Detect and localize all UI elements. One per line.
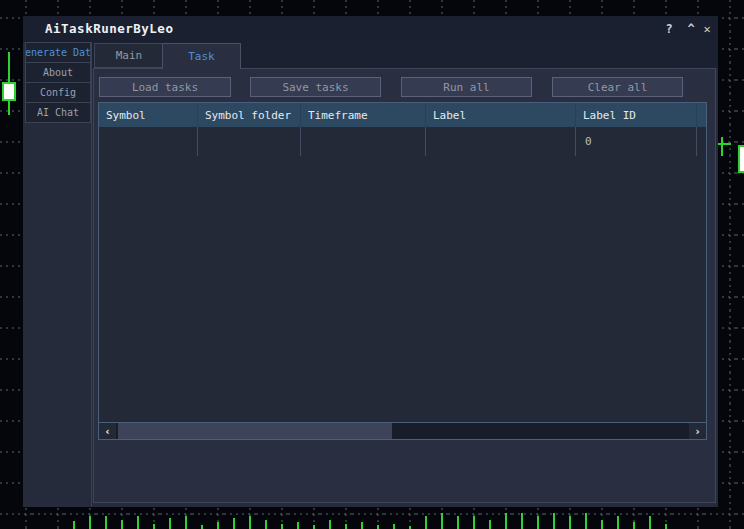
window-title: AiTaskRunerByLeo bbox=[45, 16, 173, 42]
task-tab-panel: Load tasks Save tasks Run all Clear all … bbox=[93, 68, 716, 503]
app-window: AiTaskRunerByLeo ? ^ ✕ Generate Data Abo… bbox=[23, 16, 718, 507]
collapse-button[interactable]: ^ bbox=[684, 16, 698, 42]
tab-task[interactable]: Task bbox=[162, 43, 241, 69]
tab-main[interactable]: Main bbox=[94, 43, 164, 68]
load-tasks-button[interactable]: Load tasks bbox=[99, 77, 231, 97]
scrollbar-track[interactable] bbox=[116, 423, 689, 439]
tasks-table: Symbol Symbol folder Timeframe Label Lab… bbox=[98, 102, 707, 440]
clear-all-button[interactable]: Clear all bbox=[552, 77, 683, 97]
table-header-row: Symbol Symbol folder Timeframe Label Lab… bbox=[99, 103, 706, 127]
help-button[interactable]: ? bbox=[662, 16, 676, 42]
horizontal-scrollbar[interactable]: ‹ › bbox=[99, 422, 706, 439]
scroll-right-button[interactable]: › bbox=[689, 423, 706, 439]
scroll-left-button[interactable]: ‹ bbox=[99, 423, 116, 439]
cell-label-id[interactable]: 0 bbox=[576, 127, 697, 156]
cell-symbol[interactable] bbox=[99, 127, 198, 156]
cell-filler bbox=[697, 127, 706, 156]
title-bar[interactable]: AiTaskRunerByLeo ? ^ ✕ bbox=[23, 16, 718, 42]
scrollbar-thumb[interactable] bbox=[118, 423, 392, 439]
cell-symbol-folder[interactable] bbox=[198, 127, 301, 156]
sidebar-item-generate-data[interactable]: Generate Data bbox=[25, 42, 91, 63]
sidebar-item-about[interactable]: About bbox=[25, 62, 91, 83]
cell-timeframe[interactable] bbox=[301, 127, 426, 156]
sidebar-item-config[interactable]: Config bbox=[25, 82, 91, 103]
tab-strip: Main Task bbox=[92, 42, 718, 68]
column-header-label-id[interactable]: Label ID bbox=[576, 103, 697, 127]
sidebar-item-ai-chat[interactable]: AI Chat bbox=[25, 102, 91, 123]
sidebar: Generate Data About Config AI Chat bbox=[23, 42, 92, 507]
cell-label[interactable] bbox=[426, 127, 576, 156]
run-all-button[interactable]: Run all bbox=[401, 77, 532, 97]
table-empty-area bbox=[99, 156, 706, 422]
table-row[interactable]: 0 bbox=[99, 127, 706, 156]
candlestick-right-partial bbox=[739, 146, 744, 172]
save-tasks-button[interactable]: Save tasks bbox=[250, 77, 381, 97]
column-header-symbol-folder[interactable]: Symbol folder bbox=[198, 103, 301, 127]
screen: AiTaskRunerByLeo ? ^ ✕ Generate Data Abo… bbox=[0, 0, 744, 529]
close-button[interactable]: ✕ bbox=[700, 16, 714, 42]
column-header-filler bbox=[697, 103, 706, 127]
column-header-symbol[interactable]: Symbol bbox=[99, 103, 198, 127]
column-header-timeframe[interactable]: Timeframe bbox=[301, 103, 426, 127]
column-header-label[interactable]: Label bbox=[426, 103, 576, 127]
